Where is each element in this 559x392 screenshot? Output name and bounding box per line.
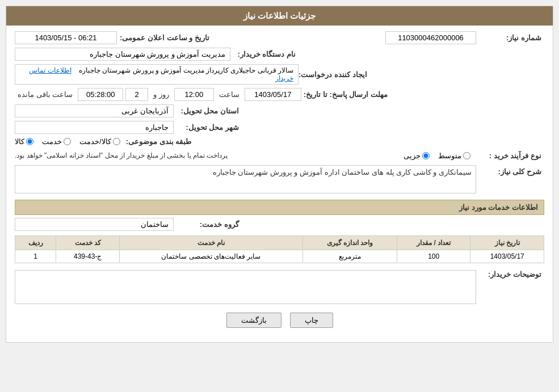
radio-khadamat[interactable]: [64, 138, 71, 145]
roz-value: 2: [125, 88, 148, 101]
tawzihat-row: توضیحات خریدار:: [15, 268, 544, 304]
ostan-label: استان محل تحویل:: [174, 107, 242, 115]
sharh-textarea[interactable]: [15, 165, 476, 193]
page-wrapper: جزئیات اطلاعات نیاز شماره نیاز: 11030004…: [0, 0, 559, 392]
col-nam-khadamat: نام خدمت: [120, 236, 303, 250]
goroh-khadamat-value: ساختمان: [15, 218, 174, 231]
name-dastgah-label: نام دستگاه خریدار:: [230, 50, 299, 58]
radio-jozvi-item[interactable]: جزیی: [404, 151, 430, 160]
radio-jozvi-label: جزیی: [404, 151, 421, 160]
card-body: شماره نیاز: 1103000462000006 تاریخ و ساع…: [6, 26, 553, 342]
cell-vahed: مترمربع: [302, 250, 397, 263]
name-dastgah-value: مدیریت آموزش و پرورش شهرستان جاجباره: [15, 48, 230, 61]
farayand-row: نوع فرآیند خرید : متوسط جزیی پرداخت تمام…: [15, 149, 544, 162]
shahr-row: شهر محل تحویل: جاجباره: [15, 121, 544, 134]
table-row: 1403/05/17 100 مترمربع سایر فعالیت‌های ت…: [15, 250, 544, 263]
ostan-row: استان محل تحویل: آذربایجان غربی: [15, 104, 544, 117]
ijad-konande-row: ایجاد کننده درخواست: سالار قربانی حاجیلا…: [15, 64, 544, 85]
mohlat-label: مهلت ارسال پاسخ: تا تاریخ:: [304, 90, 390, 99]
radio-motavasset-label: متوسط: [438, 151, 461, 160]
name-dastgah-row: نام دستگاه خریدار: مدیریت آموزش و پرورش …: [15, 48, 544, 61]
ostan-value: آذربایجان غربی: [15, 104, 174, 117]
cell-tarikh: 1403/05/17: [470, 250, 544, 263]
baqi-mande-value: 05:28:00: [78, 88, 123, 101]
cell-kod: ج-43-439: [56, 250, 120, 263]
col-kod-khadamat: کد خدمت: [56, 236, 120, 250]
radio-khadamat-label: خدمت: [42, 137, 62, 146]
radio-jozvi[interactable]: [422, 152, 430, 159]
shahr-label: شهر محل تحویل:: [174, 123, 242, 132]
col-radif: ردیف: [15, 236, 56, 250]
radio-khadamat-item[interactable]: خدمت: [42, 137, 71, 146]
col-tarikh: تاریخ نیاز: [470, 236, 544, 250]
cell-tedad: 100: [397, 250, 470, 263]
khadamat-section-header: اطلاعات خدمات مورد نیاز: [15, 200, 544, 215]
goroh-khadamat-row: گروه خدمت: ساختمان: [15, 218, 544, 231]
farayand-label: نوع فرآیند خرید :: [476, 151, 544, 160]
tarikh-value: 1403/05/17: [245, 88, 301, 101]
saat-value: 12:00: [174, 88, 214, 101]
farayand-radio-group: متوسط جزیی: [404, 151, 470, 160]
sharh-row: شرح کلی نیاز: سیمانکاری و کاشی کاری پله …: [15, 165, 544, 195]
radio-kala-khadamat-item[interactable]: کالا/خدمت: [79, 137, 120, 146]
roz-label: روز و: [150, 90, 172, 99]
cell-radif: 1: [15, 250, 56, 263]
btn-chap[interactable]: چاپ: [290, 313, 333, 328]
page-title: جزئیات اطلاعات نیاز: [243, 11, 316, 20]
col-tedad: تعداد / مقدار: [397, 236, 470, 250]
tabaqebandi-radio-group: کالا/خدمت خدمت کالا: [15, 137, 120, 146]
tarikh-elan-label: تاریخ و ساعت اعلان عمومی:: [117, 33, 212, 42]
radio-kala-label: کالا: [15, 137, 24, 146]
tabaqebandi-row: طبقه بندی موضوعی: کالا/خدمت خدمت کالا: [15, 137, 544, 146]
button-row: چاپ بازگشت: [15, 313, 544, 336]
radio-kala-khadamat[interactable]: [113, 138, 120, 145]
goroh-khadamat-label: گروه خدمت:: [174, 220, 242, 229]
radio-kala-khadamat-label: کالا/خدمت: [79, 137, 111, 146]
tawzihat-box: [15, 270, 476, 304]
col-vahed: واحد اندازه گیری: [302, 236, 397, 250]
note-text: پرداخت تمام یا بخشی از مبلغ خریدار از مح…: [15, 149, 228, 162]
radio-motavasset-item[interactable]: متوسط: [438, 151, 470, 160]
saat-label: ساعت: [216, 90, 242, 99]
ijad-konande-label: ایجاد کننده درخواست:: [299, 70, 370, 79]
radio-kala-item[interactable]: کالا: [15, 137, 33, 146]
tabaqebandi-label: طبقه بندی موضوعی:: [126, 137, 195, 146]
ijad-konande-value: سالار قربانی حاجیلاری کارپرداز مدیریت آم…: [15, 64, 299, 85]
shomara-niaz-label: شماره نیاز:: [476, 33, 544, 42]
cell-nam: سایر فعالیت‌های تخصصی ساختمان: [120, 250, 303, 263]
baqi-mande-label: ساعت باقی مانده: [15, 90, 75, 99]
services-table: تاریخ نیاز تعداد / مقدار واحد اندازه گیر…: [15, 235, 544, 263]
tawzihat-label: توضیحات خریدار:: [476, 268, 544, 279]
mohlat-row: مهلت ارسال پاسخ: تا تاریخ: 1403/05/17 سا…: [15, 88, 544, 101]
card-header: جزئیات اطلاعات نیاز: [6, 6, 553, 26]
shomara-row: شماره نیاز: 1103000462000006 تاریخ و ساع…: [15, 31, 544, 44]
shahr-value: جاجباره: [15, 121, 174, 134]
radio-kala[interactable]: [26, 138, 33, 145]
main-card: جزئیات اطلاعات نیاز شماره نیاز: 11030004…: [6, 6, 553, 343]
radio-motavasset[interactable]: [463, 152, 470, 159]
shomara-niaz-value: 1103000462000006: [385, 31, 476, 44]
table-header-row: تاریخ نیاز تعداد / مقدار واحد اندازه گیر…: [15, 236, 544, 250]
sharh-label: شرح کلی نیاز:: [476, 165, 544, 176]
services-table-section: تاریخ نیاز تعداد / مقدار واحد اندازه گیر…: [15, 235, 544, 263]
tarikh-elan-value: 1403/05/15 - 06:21: [15, 31, 117, 44]
btn-bazgasht[interactable]: بازگشت: [226, 313, 281, 328]
